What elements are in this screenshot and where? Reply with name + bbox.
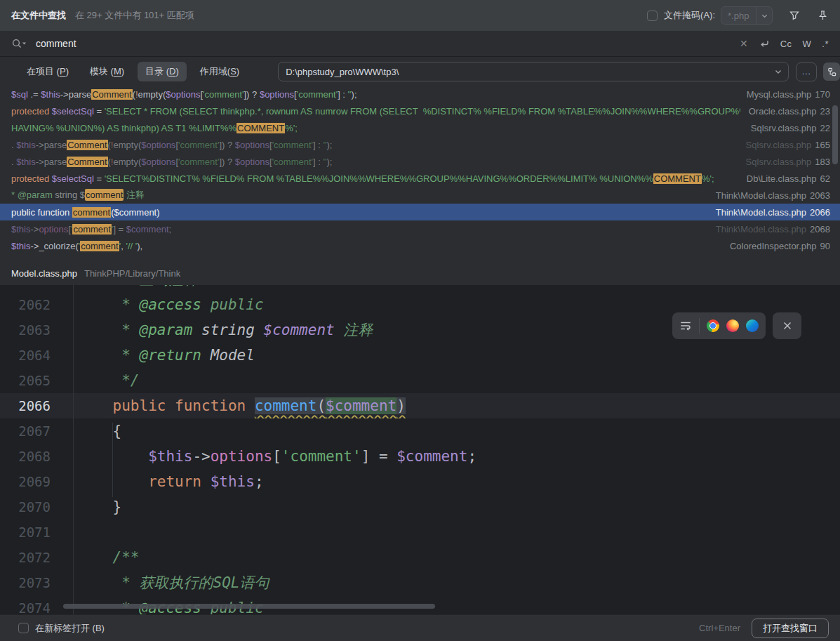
code-token: * (77, 296, 140, 313)
file-mask-label: 文件掩码(A): (664, 9, 715, 22)
code-token: $comment (126, 224, 169, 234)
result-row[interactable]: $this->options['comment'] = $comment;Thi… (0, 220, 840, 237)
file-mask-combobox[interactable]: *.php (721, 6, 773, 25)
result-file-label: Mysql.class.php170 (747, 89, 830, 100)
edge-browser-icon[interactable] (746, 319, 759, 332)
editor-line[interactable]: 2072 /** (0, 545, 840, 570)
code-token: ( (316, 397, 326, 414)
results-scrollbar[interactable] (832, 105, 838, 164)
code-token: Model (211, 347, 255, 364)
code-token: protected (11, 173, 52, 184)
open-find-window-button[interactable]: 打开查找窗口 (752, 619, 829, 638)
editor-line[interactable]: 2061 * 查询注释 (0, 285, 840, 292)
result-code-snippet: $this->_colorize('comment', '// '), (11, 241, 721, 251)
match-highlight: Comment (67, 157, 107, 167)
editor-line[interactable]: 2065 */ (0, 368, 840, 393)
code-token: * @param (11, 190, 55, 200)
path-chevron-down-icon[interactable] (774, 67, 782, 76)
open-in-new-tab-checkbox[interactable] (18, 623, 29, 633)
file-mask-checkbox[interactable] (647, 11, 658, 21)
firefox-browser-icon[interactable] (726, 319, 739, 332)
scope-tab-module[interactable]: 模块 (M) (82, 62, 132, 81)
code-token: * (77, 322, 140, 338)
editor-line[interactable]: 2066 public function comment($comment) (0, 393, 840, 418)
result-row[interactable]: public function comment($comment)Think\M… (0, 204, 840, 220)
search-input[interactable]: comment (36, 38, 740, 49)
editor-line[interactable]: 2064 * @return Model (0, 343, 840, 368)
result-code-snippet: * @param string $comment 注释 (11, 189, 707, 201)
match-case-toggle[interactable]: Cc (780, 39, 792, 49)
directory-path-field[interactable]: D:\phpstudy_pro\WWW\tp3\ (278, 62, 789, 81)
editor-code-line: * 获取执行的SQL语句 (73, 570, 840, 595)
line-number: 2065 (0, 368, 73, 393)
result-code-snippet: HAVING% %UNION%) AS thinkphp) AS T1 %LIM… (11, 123, 742, 133)
code-token: * 获取执行的SQL语句 (77, 574, 269, 591)
code-token: parse (44, 157, 67, 167)
code-token: 注释 (124, 190, 145, 200)
scope-tab-in-project[interactable]: 在项目 (P) (19, 62, 76, 81)
result-row[interactable]: HAVING% %UNION%) AS thinkphp) AS T1 %LIM… (0, 119, 840, 136)
indent-guide (112, 423, 113, 497)
result-file-label: Think\Model.class.php2063 (716, 190, 830, 201)
code-token: ] : (313, 140, 323, 150)
clear-search-icon[interactable]: ✕ (740, 39, 748, 48)
close-preview-button[interactable] (773, 312, 801, 339)
editor-code-line: { (73, 418, 840, 444)
code-token: -> (30, 224, 39, 234)
code-token (77, 397, 113, 414)
result-row[interactable]: * @param string $comment 注释Think\Model.c… (0, 187, 840, 204)
scope-tab-directory[interactable]: 目录 (D) (138, 62, 187, 81)
chevron-down-icon[interactable] (756, 12, 772, 20)
result-row[interactable]: $sql .= $this->parseComment(!empty($opti… (0, 86, 840, 103)
editor-line[interactable]: 2071 (0, 520, 840, 545)
newline-icon[interactable] (759, 38, 770, 49)
code-token: /** (77, 549, 140, 566)
pin-icon[interactable] (816, 9, 829, 22)
directory-path: D:\phpstudy_pro\WWW\tp3\ (286, 67, 774, 77)
line-number: 2063 (0, 317, 73, 343)
editor-line[interactable]: 2069 return $this; (0, 469, 840, 494)
editor-preview[interactable]: 2061 * 查询注释2062 * @access public2063 * @… (0, 285, 840, 614)
search-icon[interactable] (11, 38, 27, 49)
code-token: $this (11, 224, 30, 234)
result-file-label: Sqlsrv.class.php22 (751, 123, 830, 133)
editor-horizontal-scrollbar[interactable] (63, 604, 435, 609)
editor-code-line: */ (73, 368, 840, 393)
browse-directory-button[interactable]: ... (796, 62, 817, 81)
code-token: * (77, 347, 140, 364)
code-token: parse (69, 89, 92, 100)
code-token: 'SELECT%DISTINCT% %FIELD% FROM %TABLE%%J… (105, 173, 653, 184)
result-code-snippet: . $this->parseComment(!empty($options['c… (11, 140, 738, 150)
whole-words-toggle[interactable]: W (803, 39, 812, 49)
result-row[interactable]: $this->_colorize('comment', '// '),Color… (0, 237, 840, 254)
code-token: 'comment' (178, 157, 219, 167)
directory-structure-toggle[interactable] (823, 62, 840, 81)
result-row[interactable]: protected $selectSql = 'SELECT%DISTINCT%… (0, 170, 840, 187)
code-token: ] = (361, 448, 397, 465)
editor-line[interactable]: 2067 { (0, 418, 840, 444)
title-bar: 在文件中查找 在 29+ 文件中有 101+ 匹配项 文件掩码(A): *.ph… (0, 0, 840, 31)
chrome-browser-icon[interactable] (707, 319, 719, 332)
gutter-border (73, 285, 74, 614)
soft-wrap-icon[interactable] (679, 319, 692, 332)
code-token: options (211, 448, 273, 465)
filter-icon[interactable] (788, 9, 801, 22)
code-token: '// ' (126, 241, 137, 251)
editor-line[interactable]: 2068 $this->options['comment'] = $commen… (0, 444, 840, 469)
code-token: $this (16, 140, 35, 150)
code-token: ; (169, 224, 172, 234)
editor-line[interactable]: 2073 * 获取执行的SQL语句 (0, 570, 840, 595)
result-row[interactable]: . $this->parseComment(!empty($options['c… (0, 153, 840, 170)
editor-line[interactable]: 2070 } (0, 494, 840, 520)
result-row[interactable]: protected $selectSql = 'SELECT * FROM (S… (0, 103, 840, 119)
code-token: $this (211, 473, 255, 490)
match-highlight: Comment (91, 89, 132, 100)
result-code-snippet: public function comment($comment) (11, 207, 707, 218)
regex-toggle[interactable]: .* (822, 39, 829, 49)
scope-tab-scope[interactable]: 作用域(S) (192, 62, 247, 81)
code-token: return (148, 473, 211, 490)
result-row[interactable]: . $this->parseComment(!empty($options['c… (0, 136, 840, 153)
code-token: -> (192, 448, 210, 465)
result-code-snippet: protected $selectSql = 'SELECT%DISTINCT%… (11, 173, 738, 184)
code-token: $options (141, 140, 175, 150)
